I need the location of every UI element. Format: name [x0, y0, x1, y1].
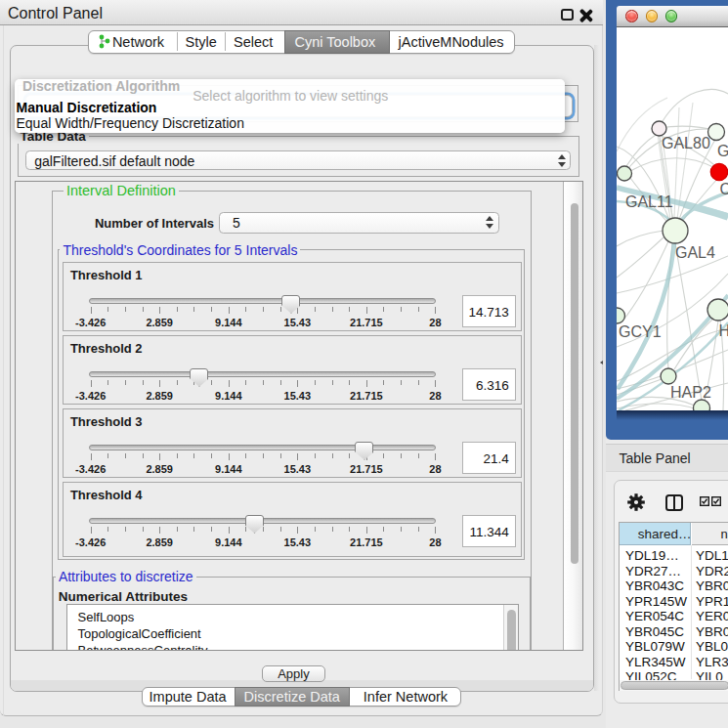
svg-text:HAP2: HAP2 — [670, 384, 711, 401]
svg-text:GAL80: GAL80 — [662, 135, 710, 151]
svg-text:C: C — [720, 181, 728, 197]
svg-text:GA: GA — [717, 143, 728, 159]
svg-text:H: H — [719, 322, 728, 339]
svg-text:GAL11: GAL11 — [625, 193, 673, 210]
svg-text:GAL4: GAL4 — [675, 244, 715, 261]
svg-text:GCY1: GCY1 — [619, 323, 662, 340]
